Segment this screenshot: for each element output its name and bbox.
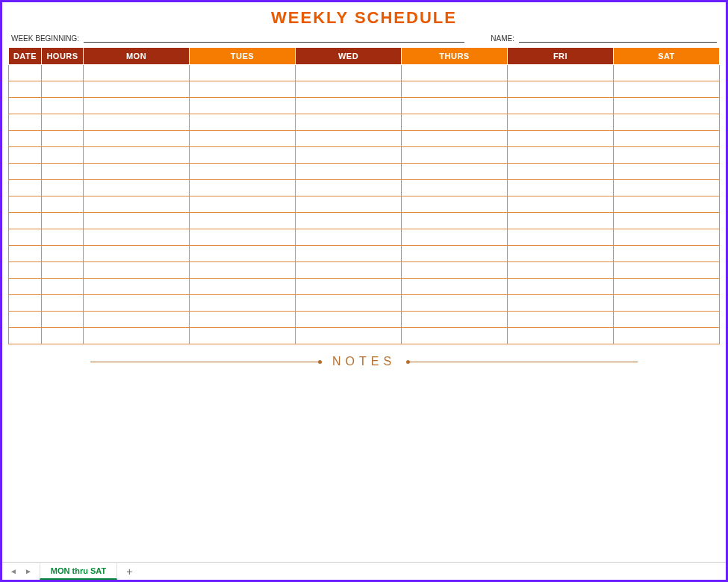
cell[interactable] [296,131,402,147]
cell[interactable] [296,164,402,180]
cell[interactable] [508,114,614,131]
cell[interactable] [296,312,402,328]
cell[interactable] [296,98,402,114]
cell[interactable] [508,131,614,147]
cell[interactable] [42,295,84,312]
cell[interactable] [9,295,42,312]
sheet-next-icon[interactable]: ► [25,567,32,575]
cell[interactable] [296,114,402,131]
cell[interactable] [614,114,720,131]
cell[interactable] [296,180,402,196]
cell[interactable] [508,295,614,312]
cell[interactable] [508,164,614,180]
cell[interactable] [614,328,720,344]
cell[interactable] [402,328,508,344]
cell[interactable] [402,279,508,295]
cell[interactable] [42,131,84,147]
cell[interactable] [296,213,402,229]
cell[interactable] [614,180,720,196]
cell[interactable] [190,295,296,312]
cell[interactable] [614,312,720,328]
cell[interactable] [508,229,614,246]
cell[interactable] [42,246,84,262]
cell[interactable] [296,262,402,279]
cell[interactable] [508,98,614,114]
cell[interactable] [9,147,42,164]
cell[interactable] [190,81,296,98]
cell[interactable] [402,81,508,98]
cell[interactable] [508,180,614,196]
cell[interactable] [508,262,614,279]
cell[interactable] [614,65,720,81]
cell[interactable] [42,147,84,164]
cell[interactable] [9,213,42,229]
week-beginning-input-line[interactable] [84,34,464,43]
cell[interactable] [190,196,296,213]
cell[interactable] [84,147,190,164]
cell[interactable] [296,81,402,98]
cell[interactable] [614,229,720,246]
cell[interactable] [614,81,720,98]
cell[interactable] [9,262,42,279]
cell[interactable] [42,279,84,295]
cell[interactable] [190,328,296,344]
cell[interactable] [190,246,296,262]
cell[interactable] [296,65,402,81]
cell[interactable] [508,279,614,295]
cell[interactable] [84,131,190,147]
cell[interactable] [84,196,190,213]
cell[interactable] [84,164,190,180]
cell[interactable] [9,114,42,131]
cell[interactable] [296,246,402,262]
cell[interactable] [84,65,190,81]
cell[interactable] [296,295,402,312]
cell[interactable] [42,196,84,213]
cell[interactable] [9,279,42,295]
cell[interactable] [84,279,190,295]
cell[interactable] [402,295,508,312]
cell[interactable] [190,262,296,279]
cell[interactable] [42,65,84,81]
cell[interactable] [42,328,84,344]
cell[interactable] [296,196,402,213]
cell[interactable] [9,98,42,114]
cell[interactable] [9,65,42,81]
cell[interactable] [9,196,42,213]
cell[interactable] [614,295,720,312]
cell[interactable] [508,147,614,164]
cell[interactable] [9,131,42,147]
cell[interactable] [84,295,190,312]
cell[interactable] [402,65,508,81]
cell[interactable] [402,196,508,213]
cell[interactable] [614,262,720,279]
cell[interactable] [42,213,84,229]
cell[interactable] [84,312,190,328]
cell[interactable] [42,262,84,279]
cell[interactable] [296,279,402,295]
cell[interactable] [508,65,614,81]
sheet-prev-icon[interactable]: ◄ [10,567,17,575]
cell[interactable] [84,180,190,196]
cell[interactable] [402,131,508,147]
cell[interactable] [614,196,720,213]
tab-mon-thru-sat[interactable]: MON thru SAT [40,563,117,580]
cell[interactable] [614,164,720,180]
cell[interactable] [9,164,42,180]
cell[interactable] [190,229,296,246]
cell[interactable] [84,213,190,229]
cell[interactable] [614,131,720,147]
cell[interactable] [402,229,508,246]
cell[interactable] [190,312,296,328]
cell[interactable] [508,246,614,262]
cell[interactable] [508,213,614,229]
cell[interactable] [614,246,720,262]
cell[interactable] [9,81,42,98]
cell[interactable] [190,279,296,295]
cell[interactable] [190,213,296,229]
cell[interactable] [508,312,614,328]
cell[interactable] [84,114,190,131]
cell[interactable] [508,81,614,98]
cell[interactable] [190,98,296,114]
cell[interactable] [508,328,614,344]
cell[interactable] [614,147,720,164]
